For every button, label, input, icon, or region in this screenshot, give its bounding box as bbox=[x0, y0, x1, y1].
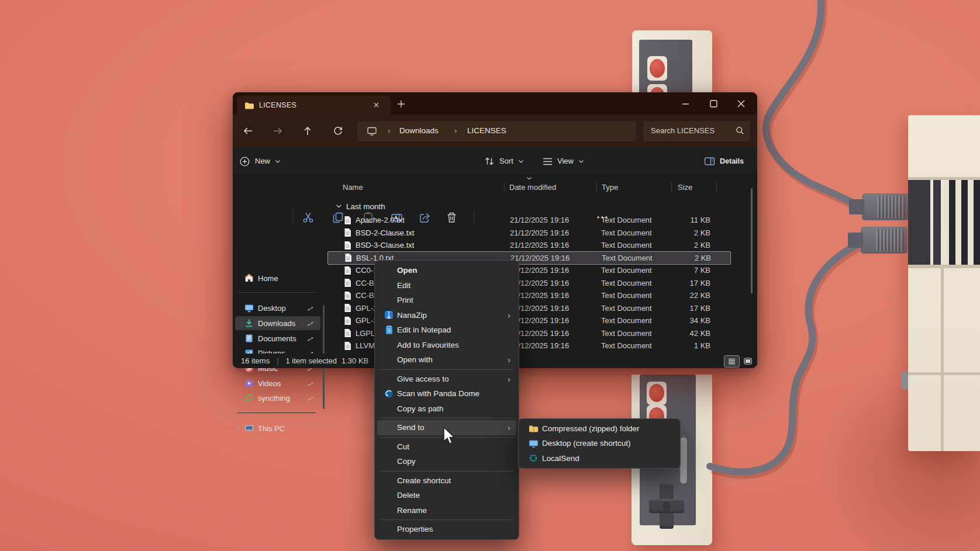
context-menu: Open Edit Print NanaZip› Edit in Notepad… bbox=[374, 260, 519, 540]
tab-bar: LICENSES bbox=[233, 92, 757, 115]
desktop-shortcut-icon bbox=[524, 439, 542, 448]
group-label: Last month bbox=[346, 202, 385, 211]
localsend-icon bbox=[524, 453, 542, 463]
sidebar-item-home[interactable]: Home bbox=[244, 271, 278, 285]
tab-licenses[interactable]: LICENSES bbox=[237, 96, 391, 115]
new-button[interactable]: New bbox=[240, 147, 281, 175]
sidebar-divider bbox=[237, 292, 316, 293]
search-box[interactable]: Search LICENSES bbox=[643, 121, 750, 141]
view-button-label: View bbox=[557, 147, 574, 175]
forward-button[interactable] bbox=[272, 126, 283, 136]
breadcrumb[interactable]: › Downloads › LICENSES bbox=[357, 121, 636, 141]
menu-separator bbox=[375, 469, 519, 473]
maximize-button[interactable] bbox=[704, 99, 723, 108]
cable-plug bbox=[862, 193, 909, 220]
pin-icon bbox=[307, 304, 314, 311]
search-icon[interactable] bbox=[736, 126, 744, 135]
menu-item-delete[interactable]: Delete bbox=[377, 488, 516, 503]
breadcrumb-item-downloads[interactable]: Downloads bbox=[399, 126, 439, 135]
column-headers: Name Date modified Type Size bbox=[327, 180, 751, 195]
menu-item-nanazip[interactable]: NanaZip› bbox=[377, 308, 516, 323]
menu-item-create-shortcut[interactable]: Create shortcut bbox=[377, 473, 516, 488]
menu-item-give-access-to[interactable]: Give access to› bbox=[377, 372, 516, 387]
sidebar-item-syncthing[interactable]: syncthing bbox=[244, 391, 290, 405]
menu-separator bbox=[375, 518, 519, 522]
back-button[interactable] bbox=[243, 126, 253, 136]
breadcrumb-separator: › bbox=[454, 126, 457, 135]
minimize-button[interactable] bbox=[676, 99, 695, 108]
retro-console bbox=[908, 115, 980, 451]
details-pane-button[interactable]: Details bbox=[704, 147, 744, 175]
group-header-last-month[interactable]: Last month bbox=[327, 201, 385, 212]
this-pc-icon bbox=[244, 424, 254, 433]
sidebar-item-desktop[interactable]: Desktop bbox=[244, 301, 286, 315]
chevron-right-icon bbox=[236, 425, 241, 431]
submenu-arrow-icon: › bbox=[508, 423, 510, 432]
submenu-arrow-icon: › bbox=[508, 311, 510, 320]
submenu-item-compressed-zipped-folder[interactable]: Compressed (zipped) folder bbox=[519, 421, 680, 436]
menu-item-rename[interactable]: Rename bbox=[377, 503, 516, 518]
tab-close-icon[interactable] bbox=[372, 101, 380, 109]
status-item-count: 16 items bbox=[241, 356, 270, 365]
sidebar-item-downloads[interactable]: Downloads bbox=[244, 316, 295, 330]
menu-item-scan-with-panda-dome[interactable]: Scan with Panda Dome bbox=[377, 386, 516, 401]
documents-icon bbox=[244, 334, 254, 343]
details-view-toggle[interactable] bbox=[724, 355, 740, 368]
refresh-button[interactable] bbox=[333, 126, 343, 136]
up-button[interactable] bbox=[302, 126, 313, 136]
pin-icon bbox=[307, 335, 314, 342]
send-to-submenu: Compressed (zipped) folder Desktop (crea… bbox=[518, 418, 681, 469]
submenu-item-desktop-create-shortcut[interactable]: Desktop (create shortcut) bbox=[519, 436, 680, 450]
file-row[interactable]: BSD-2-Clause.txt 21/12/2025 19:16 Text D… bbox=[327, 227, 730, 240]
column-header-date-modified[interactable]: Date modified bbox=[509, 183, 556, 192]
view-button[interactable]: View bbox=[543, 147, 584, 175]
menu-item-properties[interactable]: Properties bbox=[377, 522, 516, 537]
column-header-type[interactable]: Type bbox=[602, 183, 618, 192]
view-icon bbox=[543, 157, 553, 166]
panda-dome-icon bbox=[381, 389, 397, 398]
cable-plug bbox=[861, 227, 907, 254]
pin-icon bbox=[307, 320, 314, 327]
file-row[interactable]: Apache-2.0.txt 21/12/2025 19:16 Text Doc… bbox=[327, 214, 730, 227]
breadcrumb-item-licenses[interactable]: LICENSES bbox=[467, 126, 506, 135]
file-row[interactable]: BSD-3-Clause.txt 21/12/2025 19:16 Text D… bbox=[327, 239, 730, 252]
chevron-down-icon bbox=[336, 204, 342, 209]
menu-item-add-to-favourites[interactable]: Add to Favourites bbox=[377, 338, 516, 353]
sidebar-item-this-pc[interactable]: This PC bbox=[236, 421, 285, 435]
nanazip-icon bbox=[381, 310, 397, 320]
desktop-icon bbox=[244, 303, 254, 313]
zipped-folder-icon bbox=[524, 425, 542, 433]
details-pane-label: Details bbox=[720, 147, 744, 175]
monitor-icon bbox=[367, 126, 377, 136]
details-pane-icon bbox=[704, 157, 715, 166]
notepad-icon bbox=[381, 325, 397, 335]
videos-icon bbox=[244, 379, 254, 388]
syncthing-icon bbox=[244, 393, 254, 403]
command-toolbar: New Sort bbox=[233, 147, 757, 176]
menu-item-open-with[interactable]: Open with› bbox=[377, 352, 516, 368]
menu-item-edit-in-notepad[interactable]: Edit in Notepad bbox=[377, 323, 516, 338]
menu-item-copy-as-path[interactable]: Copy as path bbox=[377, 401, 516, 417]
column-header-name[interactable]: Name bbox=[343, 183, 363, 192]
new-tab-button[interactable] bbox=[397, 100, 405, 108]
menu-separator bbox=[375, 416, 519, 420]
column-header-size[interactable]: Size bbox=[678, 183, 692, 192]
submenu-item-localsend[interactable]: LocalSend bbox=[519, 451, 680, 466]
menu-item-copy[interactable]: Copy bbox=[377, 454, 516, 469]
menu-item-open[interactable]: Open bbox=[377, 263, 516, 278]
status-selection-size: 1.30 KB bbox=[341, 356, 368, 365]
menu-item-print[interactable]: Print bbox=[377, 293, 516, 308]
sidebar-item-documents[interactable]: Documents bbox=[244, 331, 296, 345]
close-button[interactable] bbox=[731, 99, 750, 108]
console-port bbox=[901, 372, 908, 389]
sidebar-item-videos[interactable]: Videos bbox=[244, 376, 281, 390]
new-button-label: New bbox=[255, 147, 270, 175]
menu-item-edit[interactable]: Edit bbox=[377, 278, 516, 293]
file-list-scrollbar[interactable] bbox=[751, 188, 753, 293]
home-icon bbox=[244, 273, 254, 283]
sort-button[interactable]: Sort bbox=[484, 147, 524, 175]
large-icons-view-toggle[interactable] bbox=[741, 355, 754, 366]
pin-icon bbox=[307, 380, 314, 387]
submenu-arrow-icon: › bbox=[508, 375, 510, 383]
menu-separator bbox=[375, 368, 519, 372]
